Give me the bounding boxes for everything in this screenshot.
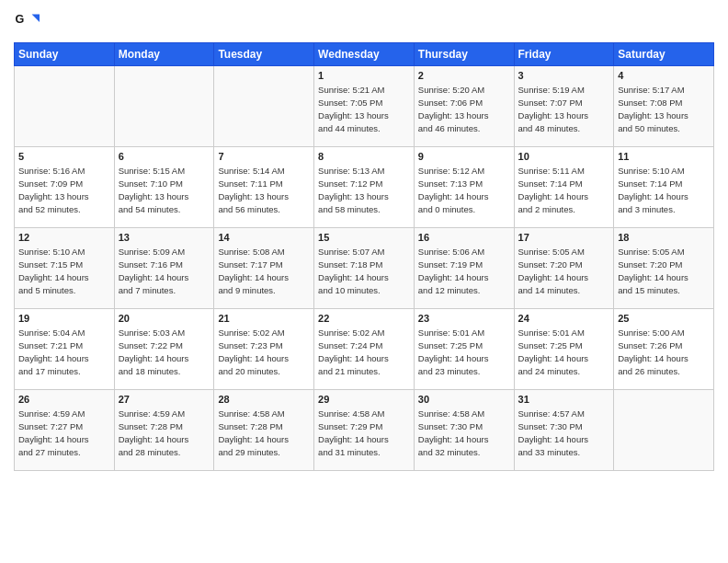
svg-text:G: G xyxy=(15,13,24,26)
calendar-cell: 23Sunrise: 5:01 AM Sunset: 7:25 PM Dayli… xyxy=(414,309,514,390)
logo: G xyxy=(14,9,41,35)
calendar-cell: 29Sunrise: 4:58 AM Sunset: 7:29 PM Dayli… xyxy=(314,390,415,471)
day-info: Sunrise: 5:02 AM Sunset: 7:23 PM Dayligh… xyxy=(218,327,310,377)
header-row: SundayMondayTuesdayWednesdayThursdayFrid… xyxy=(15,43,714,66)
weekday-header: Wednesday xyxy=(314,43,415,66)
calendar-cell: 27Sunrise: 4:59 AM Sunset: 7:28 PM Dayli… xyxy=(114,390,214,471)
calendar-week-row: 5Sunrise: 5:16 AM Sunset: 7:09 PM Daylig… xyxy=(15,147,714,228)
day-number: 12 xyxy=(18,231,110,245)
calendar-cell: 19Sunrise: 5:04 AM Sunset: 7:21 PM Dayli… xyxy=(15,309,115,390)
day-info: Sunrise: 4:59 AM Sunset: 7:28 PM Dayligh… xyxy=(119,408,210,458)
day-info: Sunrise: 4:58 AM Sunset: 7:28 PM Dayligh… xyxy=(218,408,310,458)
calendar-cell: 24Sunrise: 5:01 AM Sunset: 7:25 PM Dayli… xyxy=(514,309,614,390)
day-number: 6 xyxy=(119,150,210,164)
day-number: 13 xyxy=(119,231,210,245)
calendar-cell: 12Sunrise: 5:10 AM Sunset: 7:15 PM Dayli… xyxy=(15,228,115,309)
day-info: Sunrise: 5:01 AM Sunset: 7:25 PM Dayligh… xyxy=(418,327,510,377)
weekday-header: Saturday xyxy=(614,43,714,66)
calendar-cell: 26Sunrise: 4:59 AM Sunset: 7:27 PM Dayli… xyxy=(15,390,115,471)
day-number: 22 xyxy=(318,312,410,326)
calendar-cell: 4Sunrise: 5:17 AM Sunset: 7:08 PM Daylig… xyxy=(614,66,714,147)
calendar-week-row: 26Sunrise: 4:59 AM Sunset: 7:27 PM Dayli… xyxy=(15,390,714,471)
calendar-cell: 20Sunrise: 5:03 AM Sunset: 7:22 PM Dayli… xyxy=(114,309,214,390)
day-number: 1 xyxy=(318,69,410,83)
day-info: Sunrise: 5:11 AM Sunset: 7:14 PM Dayligh… xyxy=(518,165,610,215)
calendar-cell xyxy=(614,390,714,471)
day-number: 8 xyxy=(318,150,410,164)
calendar-cell: 9Sunrise: 5:12 AM Sunset: 7:13 PM Daylig… xyxy=(414,147,514,228)
day-info: Sunrise: 5:03 AM Sunset: 7:22 PM Dayligh… xyxy=(119,327,210,377)
day-number: 28 xyxy=(218,393,310,407)
day-number: 20 xyxy=(119,312,210,326)
calendar-cell: 10Sunrise: 5:11 AM Sunset: 7:14 PM Dayli… xyxy=(514,147,614,228)
day-info: Sunrise: 5:21 AM Sunset: 7:05 PM Dayligh… xyxy=(318,84,410,134)
day-number: 30 xyxy=(418,393,510,407)
day-info: Sunrise: 5:05 AM Sunset: 7:20 PM Dayligh… xyxy=(518,246,610,296)
calendar-cell: 13Sunrise: 5:09 AM Sunset: 7:16 PM Dayli… xyxy=(114,228,214,309)
day-number: 3 xyxy=(518,69,610,83)
day-number: 11 xyxy=(618,150,710,164)
svg-marker-1 xyxy=(32,15,40,22)
day-number: 5 xyxy=(18,150,110,164)
day-number: 9 xyxy=(418,150,510,164)
calendar-cell: 14Sunrise: 5:08 AM Sunset: 7:17 PM Dayli… xyxy=(214,228,314,309)
day-info: Sunrise: 5:17 AM Sunset: 7:08 PM Dayligh… xyxy=(618,84,710,134)
calendar-cell: 25Sunrise: 5:00 AM Sunset: 7:26 PM Dayli… xyxy=(614,309,714,390)
weekday-header: Friday xyxy=(514,43,614,66)
calendar-week-row: 19Sunrise: 5:04 AM Sunset: 7:21 PM Dayli… xyxy=(15,309,714,390)
calendar-cell: 6Sunrise: 5:15 AM Sunset: 7:10 PM Daylig… xyxy=(114,147,214,228)
calendar-header: SundayMondayTuesdayWednesdayThursdayFrid… xyxy=(15,43,714,66)
weekday-header: Sunday xyxy=(15,43,115,66)
day-info: Sunrise: 4:58 AM Sunset: 7:30 PM Dayligh… xyxy=(418,408,510,458)
weekday-header: Monday xyxy=(114,43,214,66)
day-info: Sunrise: 5:01 AM Sunset: 7:25 PM Dayligh… xyxy=(518,327,610,377)
calendar-cell xyxy=(114,66,214,147)
day-number: 21 xyxy=(218,312,310,326)
calendar-body: 1Sunrise: 5:21 AM Sunset: 7:05 PM Daylig… xyxy=(15,66,714,471)
day-info: Sunrise: 5:16 AM Sunset: 7:09 PM Dayligh… xyxy=(18,165,110,215)
day-number: 4 xyxy=(618,69,710,83)
calendar-cell: 7Sunrise: 5:14 AM Sunset: 7:11 PM Daylig… xyxy=(214,147,314,228)
day-info: Sunrise: 5:12 AM Sunset: 7:13 PM Dayligh… xyxy=(418,165,510,215)
day-info: Sunrise: 5:20 AM Sunset: 7:06 PM Dayligh… xyxy=(418,84,510,134)
day-number: 10 xyxy=(518,150,610,164)
calendar-cell: 8Sunrise: 5:13 AM Sunset: 7:12 PM Daylig… xyxy=(314,147,415,228)
day-info: Sunrise: 5:04 AM Sunset: 7:21 PM Dayligh… xyxy=(18,327,110,377)
day-number: 19 xyxy=(18,312,110,326)
day-number: 16 xyxy=(418,231,510,245)
calendar-cell: 1Sunrise: 5:21 AM Sunset: 7:05 PM Daylig… xyxy=(314,66,415,147)
calendar-cell: 21Sunrise: 5:02 AM Sunset: 7:23 PM Dayli… xyxy=(214,309,314,390)
day-number: 17 xyxy=(518,231,610,245)
calendar-cell: 22Sunrise: 5:02 AM Sunset: 7:24 PM Dayli… xyxy=(314,309,415,390)
logo-icon: G xyxy=(14,9,40,35)
day-info: Sunrise: 5:09 AM Sunset: 7:16 PM Dayligh… xyxy=(119,246,210,296)
calendar-cell: 11Sunrise: 5:10 AM Sunset: 7:14 PM Dayli… xyxy=(614,147,714,228)
calendar-cell: 17Sunrise: 5:05 AM Sunset: 7:20 PM Dayli… xyxy=(514,228,614,309)
day-info: Sunrise: 5:15 AM Sunset: 7:10 PM Dayligh… xyxy=(119,165,210,215)
day-number: 27 xyxy=(119,393,210,407)
day-info: Sunrise: 5:10 AM Sunset: 7:14 PM Dayligh… xyxy=(618,165,710,215)
calendar-week-row: 12Sunrise: 5:10 AM Sunset: 7:15 PM Dayli… xyxy=(15,228,714,309)
day-info: Sunrise: 4:57 AM Sunset: 7:30 PM Dayligh… xyxy=(518,408,610,458)
day-info: Sunrise: 5:14 AM Sunset: 7:11 PM Dayligh… xyxy=(218,165,310,215)
day-number: 15 xyxy=(318,231,410,245)
day-info: Sunrise: 4:59 AM Sunset: 7:27 PM Dayligh… xyxy=(18,408,110,458)
calendar-cell: 30Sunrise: 4:58 AM Sunset: 7:30 PM Dayli… xyxy=(414,390,514,471)
day-number: 24 xyxy=(518,312,610,326)
calendar-week-row: 1Sunrise: 5:21 AM Sunset: 7:05 PM Daylig… xyxy=(15,66,714,147)
day-number: 29 xyxy=(318,393,410,407)
day-info: Sunrise: 5:06 AM Sunset: 7:19 PM Dayligh… xyxy=(418,246,510,296)
calendar-page: G SundayMondayTuesdayWednesdayThursdayFr… xyxy=(0,0,728,563)
day-info: Sunrise: 5:13 AM Sunset: 7:12 PM Dayligh… xyxy=(318,165,410,215)
calendar-cell: 3Sunrise: 5:19 AM Sunset: 7:07 PM Daylig… xyxy=(514,66,614,147)
weekday-header: Tuesday xyxy=(214,43,314,66)
day-info: Sunrise: 5:10 AM Sunset: 7:15 PM Dayligh… xyxy=(18,246,110,296)
day-info: Sunrise: 5:05 AM Sunset: 7:20 PM Dayligh… xyxy=(618,246,710,296)
calendar-cell xyxy=(15,66,115,147)
weekday-header: Thursday xyxy=(414,43,514,66)
calendar-cell: 16Sunrise: 5:06 AM Sunset: 7:19 PM Dayli… xyxy=(414,228,514,309)
day-number: 25 xyxy=(618,312,710,326)
day-info: Sunrise: 5:02 AM Sunset: 7:24 PM Dayligh… xyxy=(318,327,410,377)
day-number: 18 xyxy=(618,231,710,245)
calendar-cell: 15Sunrise: 5:07 AM Sunset: 7:18 PM Dayli… xyxy=(314,228,415,309)
